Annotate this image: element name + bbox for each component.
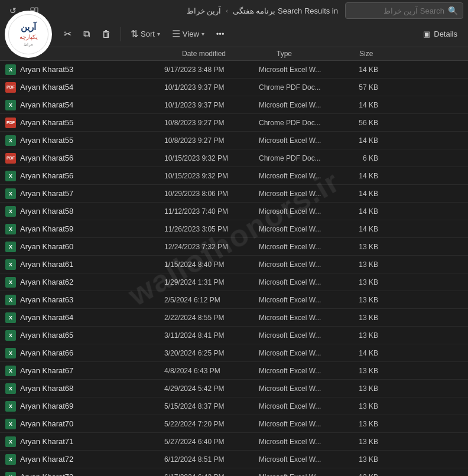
file-icon: X (5, 400, 17, 412)
table-row[interactable]: X Aryan Kharat67 4/8/2024 6:43 PM Micros… (0, 362, 468, 380)
file-icon: X (5, 312, 17, 324)
table-row[interactable]: X Aryan Kharat54 10/1/2023 9:37 PM Micro… (0, 96, 468, 114)
table-row[interactable]: X Aryan Kharat73 6/17/2024 6:43 PM Micro… (0, 468, 468, 476)
file-name: Aryan Kharat72 (20, 455, 162, 464)
table-row[interactable]: X Aryan Kharat59 11/26/2023 3:05 PM Micr… (0, 220, 468, 238)
file-size: 13 KB (339, 260, 381, 269)
file-size: 56 KB (339, 119, 381, 127)
sort-button[interactable]: ⇅ Sort ▾ (126, 26, 165, 42)
table-row[interactable]: X Aryan Kharat60 12/24/2023 7:32 PM Micr… (0, 238, 468, 256)
column-header-size[interactable]: Size (357, 50, 398, 58)
column-header-type[interactable]: Type (274, 50, 357, 58)
file-icon: X (5, 99, 17, 111)
file-icon: X (5, 188, 17, 200)
search-box[interactable]: 🔍 (345, 2, 463, 19)
table-row[interactable]: X Aryan Kharat55 10/8/2023 9:27 PM Micro… (0, 132, 468, 149)
search-input[interactable] (350, 6, 444, 15)
file-type: Microsoft Excel W... (256, 455, 339, 464)
table-row[interactable]: X Aryan Kharat58 11/12/2023 7:40 PM Micr… (0, 203, 468, 220)
file-icon: X (5, 294, 17, 306)
file-name: Aryan Kharat68 (20, 384, 162, 393)
excel-icon: X (5, 224, 16, 234)
file-size: 13 KB (339, 367, 381, 375)
file-icon: X (5, 223, 17, 235)
table-row[interactable]: X Aryan Kharat65 3/11/2024 8:41 PM Micro… (0, 327, 468, 344)
more-options-button[interactable]: ••• (212, 27, 229, 41)
file-icon: X (5, 436, 17, 448)
view-button[interactable]: ☰ View ▾ (167, 26, 209, 42)
file-type: Chrome PDF Doc... (256, 119, 339, 127)
svg-text:آرین: آرین (21, 21, 37, 32)
file-name: Aryan Kharat58 (20, 207, 162, 216)
table-row[interactable]: X Aryan Kharat68 4/29/2024 5:42 PM Micro… (0, 380, 468, 397)
file-icon: X (5, 276, 17, 288)
file-name: Aryan Kharat54 (20, 100, 162, 109)
file-name: Aryan Kharat61 (20, 260, 162, 269)
breadcrumb-root[interactable]: آرین خراط (184, 5, 224, 17)
breadcrumb: Search Results in برنامه هفتگی › آرین خر… (47, 5, 340, 17)
table-row[interactable]: PDF Aryan Kharat55 10/8/2023 9:27 PM Chr… (0, 114, 468, 132)
table-row[interactable]: X Aryan Kharat72 6/12/2024 8:51 PM Micro… (0, 451, 468, 468)
table-row[interactable]: PDF Aryan Kharat56 10/15/2023 9:32 PM Ch… (0, 149, 468, 167)
table-row[interactable]: X Aryan Kharat69 5/15/2024 8:37 PM Micro… (0, 397, 468, 415)
delete-button[interactable]: 🗑 (97, 27, 116, 42)
file-date: 3/11/2024 8:41 PM (162, 331, 256, 340)
table-row[interactable]: X Aryan Kharat70 5/22/2024 7:20 PM Micro… (0, 415, 468, 433)
details-button[interactable]: ▣ Details (417, 27, 463, 41)
view-chevron-icon: ▾ (202, 31, 204, 37)
file-type: Microsoft Excel W... (256, 331, 339, 340)
file-date: 11/26/2023 3:05 PM (162, 225, 256, 233)
details-icon: ▣ (423, 30, 430, 38)
file-date: 5/15/2024 8:37 PM (162, 402, 256, 410)
file-size: 57 KB (339, 83, 381, 92)
excel-icon: X (5, 206, 16, 217)
excel-icon: X (5, 472, 16, 477)
file-name: Aryan Kharat57 (20, 189, 162, 198)
excel-icon: X (5, 366, 16, 376)
table-row[interactable]: X Aryan Kharat71 5/27/2024 6:40 PM Micro… (0, 433, 468, 451)
search-icon: 🔍 (448, 6, 458, 15)
excel-icon: X (5, 277, 16, 288)
breadcrumb-search[interactable]: Search Results in برنامه هفتگی (230, 5, 340, 17)
view-label: View (183, 30, 199, 38)
table-row[interactable]: X Aryan Kharat53 9/17/2023 3:48 PM Micro… (0, 61, 468, 79)
table-row[interactable]: X Aryan Kharat66 3/20/2024 6:25 PM Micro… (0, 344, 468, 362)
file-date: 9/17/2023 3:48 PM (162, 66, 256, 74)
file-date: 1/29/2024 1:31 PM (162, 278, 256, 286)
file-date: 5/27/2024 6:40 PM (162, 438, 256, 446)
copy-icon: ⧉ (83, 29, 90, 40)
file-type: Microsoft Excel W... (256, 66, 339, 74)
sort-chevron-icon: ▾ (157, 31, 160, 37)
file-date: 10/1/2023 9:37 PM (162, 101, 256, 109)
file-size: 6 KB (339, 154, 381, 162)
table-row[interactable]: X Aryan Kharat64 2/22/2024 8:55 PM Micro… (0, 309, 468, 327)
table-row[interactable]: X Aryan Kharat56 10/15/2023 9:32 PM Micr… (0, 167, 468, 185)
table-row[interactable]: X Aryan Kharat57 10/29/2023 8:06 PM Micr… (0, 185, 468, 203)
cut-button[interactable]: ✂ (59, 26, 76, 42)
table-row[interactable]: PDF Aryan Kharat54 10/1/2023 9:37 PM Chr… (0, 79, 468, 96)
file-icon: X (5, 135, 17, 146)
file-icon: X (5, 418, 17, 430)
file-name: Aryan Kharat64 (20, 313, 162, 322)
table-row[interactable]: X Aryan Kharat61 1/15/2024 8:40 PM Micro… (0, 256, 468, 273)
excel-icon: X (5, 135, 16, 146)
table-row[interactable]: X Aryan Kharat63 2/5/2024 6:12 PM Micros… (0, 291, 468, 309)
excel-icon: X (5, 100, 16, 110)
details-label: Details (434, 30, 457, 38)
file-date: 10/1/2023 9:37 PM (162, 83, 256, 92)
file-type: Microsoft Excel W... (256, 420, 339, 428)
excel-icon: X (5, 330, 16, 341)
file-name: Aryan Kharat70 (20, 419, 162, 428)
file-size: 13 KB (339, 243, 381, 251)
file-icon: X (5, 170, 17, 182)
column-header-date[interactable]: Date modified (180, 50, 274, 58)
file-name: Aryan Kharat67 (20, 366, 162, 375)
pdf-icon: PDF (5, 153, 16, 164)
file-size: 13 KB (339, 420, 381, 428)
file-icon: X (5, 206, 17, 217)
file-type: Chrome PDF Doc... (256, 154, 339, 162)
copy-button[interactable]: ⧉ (79, 27, 95, 42)
table-row[interactable]: X Aryan Kharat62 1/29/2024 1:31 PM Micro… (0, 273, 468, 291)
file-name: Aryan Kharat66 (20, 348, 162, 357)
file-date: 10/29/2023 8:06 PM (162, 190, 256, 198)
